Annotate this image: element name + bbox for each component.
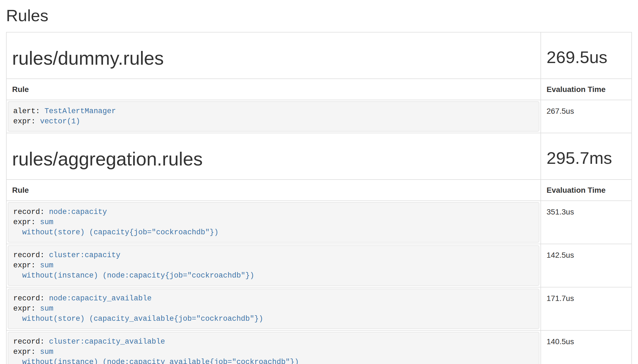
rule-group-evaluation-time: 295.7ms: [547, 149, 626, 167]
rule-row: record: cluster:capacity expr: sum witho…: [6, 244, 632, 287]
rule-evaluation-time: 351.3us: [541, 201, 632, 244]
column-header-evaluation-time: Evaluation Time: [541, 79, 632, 100]
rule-link[interactable]: node:capacity_available: [49, 294, 152, 303]
rule-group-file-name: rules/aggregation.rules: [12, 149, 535, 169]
rule-row: alert: TestAlertManager expr: vector(1) …: [6, 100, 632, 133]
rule-definition: record: cluster:capacity_available expr:…: [8, 332, 539, 364]
rule-link[interactable]: sum: [40, 348, 53, 356]
rule-group-header-row: rules/aggregation.rules 295.7ms: [6, 133, 632, 180]
rule-link[interactable]: sum: [40, 218, 53, 226]
rule-definition: record: node:capacity expr: sum without(…: [8, 202, 539, 243]
rule-link[interactable]: without(store) (capacity_available{job="…: [22, 315, 263, 323]
rule-definition: record: cluster:capacity expr: sum witho…: [8, 245, 539, 286]
rule-link[interactable]: sum: [40, 305, 53, 313]
page-title: Rules: [6, 7, 632, 25]
rule-link[interactable]: node:capacity: [49, 208, 107, 216]
rule-link[interactable]: sum: [40, 261, 53, 270]
rule-group-file-name: rules/dummy.rules: [12, 48, 535, 69]
rule-group-header-row: rules/dummy.rules 269.5us: [6, 32, 632, 79]
rule-row: record: cluster:capacity_available expr:…: [6, 330, 632, 364]
rules-page: Rules rules/dummy.rules 269.5us Rule Eva…: [0, 7, 638, 364]
column-header-row: Rule Evaluation Time: [6, 79, 632, 100]
rule-row: record: node:capacity_available expr: su…: [6, 287, 632, 330]
rule-link[interactable]: cluster:capacity: [49, 251, 120, 259]
column-header-row: Rule Evaluation Time: [6, 180, 632, 201]
rules-table: rules/dummy.rules 269.5us Rule Evaluatio…: [6, 32, 632, 364]
rule-link[interactable]: without(instance) (node:capacity{job="co…: [22, 271, 254, 280]
rule-evaluation-time: 140.5us: [541, 330, 632, 364]
column-header-rule: Rule: [6, 79, 541, 100]
rule-row: record: node:capacity expr: sum without(…: [6, 201, 632, 244]
rule-evaluation-time: 142.5us: [541, 244, 632, 287]
rule-definition: record: node:capacity_available expr: su…: [8, 289, 539, 329]
rule-link[interactable]: TestAlertManager: [44, 107, 116, 115]
rule-evaluation-time: 171.7us: [541, 287, 632, 330]
rule-link[interactable]: cluster:capacity_available: [49, 338, 165, 346]
rule-definition: alert: TestAlertManager expr: vector(1): [8, 101, 539, 132]
rule-evaluation-time: 267.5us: [541, 100, 632, 133]
rule-link[interactable]: without(instance) (node:capacity_availab…: [22, 358, 299, 364]
column-header-rule: Rule: [6, 180, 541, 201]
rule-link[interactable]: without(store) (capacity{job="cockroachd…: [22, 228, 218, 237]
rule-group-evaluation-time: 269.5us: [547, 48, 626, 67]
column-header-evaluation-time: Evaluation Time: [541, 180, 632, 201]
rule-link[interactable]: vector(1): [40, 117, 80, 126]
